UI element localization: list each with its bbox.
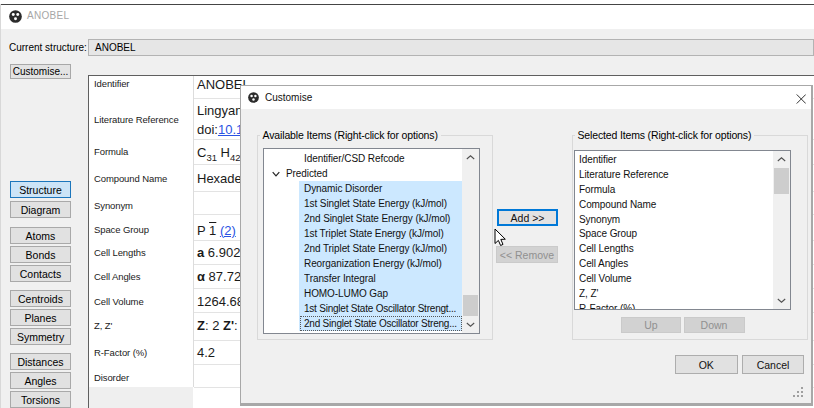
- app-window-title: ANOBEL: [27, 10, 69, 21]
- customise-button[interactable]: Customise...: [10, 64, 71, 79]
- available-items-list[interactable]: Identifier/CSD Refcode Predicted Dynamic…: [263, 148, 480, 334]
- ok-button[interactable]: OK: [675, 355, 738, 374]
- down-button[interactable]: Down: [684, 317, 745, 333]
- avail-item-transfer-integral[interactable]: Transfer Integral: [304, 271, 460, 286]
- selected-items-list[interactable]: Identifier Literature Reference Formula …: [574, 150, 792, 310]
- prop-value-cell-volume: 1264.68: [197, 294, 244, 309]
- avail-item-1st-singlet-oscillator[interactable]: 1st Singlet State Oscillator Strengt...: [304, 301, 462, 316]
- sel-item-synonym[interactable]: Synonym: [579, 212, 771, 227]
- available-list-scrollbar[interactable]: [462, 149, 479, 333]
- prop-label-identifier: Identifier: [94, 78, 129, 89]
- tree-expander-icon[interactable]: [272, 171, 280, 177]
- sidebar-button-angles[interactable]: Angles: [10, 372, 71, 389]
- sidebar-button-centroids[interactable]: Centroids: [10, 290, 71, 307]
- avail-item-identifier-csd-refcode[interactable]: Identifier/CSD Refcode: [304, 151, 460, 166]
- sel-item-r-factor[interactable]: R-Factor (%): [579, 301, 771, 310]
- mouse-cursor: [494, 228, 507, 247]
- avail-item-reorganization-energy[interactable]: Reorganization Energy (kJ/mol): [304, 256, 460, 271]
- customise-dialog: Customise Available Items (Right-click f…: [240, 85, 813, 406]
- cancel-button[interactable]: Cancel: [742, 355, 804, 374]
- selected-items-label: Selected Items (Right-click for options): [575, 129, 755, 141]
- app-titlebar[interactable]: ANOBEL: [1, 5, 814, 29]
- sel-item-space-group[interactable]: Space Group: [579, 226, 771, 241]
- sidebar-button-bonds[interactable]: Bonds: [10, 246, 71, 263]
- prop-label-literature-reference: Literature Reference: [94, 114, 179, 125]
- property-table-header-empty: [89, 387, 193, 408]
- prop-value-space-group: P 1 (2): [197, 223, 236, 238]
- avail-item-1st-triplet-energy[interactable]: 1st Triplet State Energy (kJ/mol): [304, 226, 460, 241]
- avail-item-2nd-singlet-energy[interactable]: 2nd Singlet State Energy (kJ/mol): [304, 211, 460, 226]
- scroll-up-button[interactable]: [462, 149, 479, 166]
- sel-item-formula[interactable]: Formula: [579, 182, 771, 197]
- focused-item-outline: [300, 316, 462, 331]
- sel-item-z-zprime[interactable]: Z, Z': [579, 286, 771, 301]
- prop-label-synonym: Synonym: [94, 200, 133, 211]
- avail-item-2nd-triplet-energy[interactable]: 2nd Triplet State Energy (kJ/mol): [304, 241, 460, 256]
- remove-button[interactable]: << Remove: [496, 246, 558, 263]
- avail-item-predicted[interactable]: Predicted: [286, 166, 460, 181]
- scroll-down-button[interactable]: [773, 292, 790, 309]
- avail-item-homo-lumo-gap[interactable]: HOMO-LUMO Gap: [304, 286, 460, 301]
- prop-label-compound-name: Compound Name: [94, 173, 167, 184]
- prop-label-cell-lengths: Cell Lengths: [94, 247, 146, 258]
- sel-item-literature-reference[interactable]: Literature Reference: [579, 167, 771, 182]
- sidebar-button-torsions[interactable]: Torsions: [10, 391, 71, 408]
- prop-value-r-factor: 4.2: [197, 345, 215, 360]
- space-group-link[interactable]: (2): [220, 223, 236, 238]
- sidebar-button-planes[interactable]: Planes: [10, 309, 71, 326]
- sel-item-cell-angles[interactable]: Cell Angles: [579, 256, 771, 271]
- prop-value-literature-line1: Lingyan: [197, 103, 243, 118]
- prop-value-cell-angles: α 87.72: [197, 269, 241, 284]
- selected-list-scrollbar[interactable]: [773, 151, 790, 309]
- sel-item-identifier[interactable]: Identifier: [579, 152, 771, 167]
- dialog-titlebar[interactable]: Customise: [241, 86, 811, 109]
- current-structure-value: ANOBEL: [95, 42, 136, 53]
- scrollbar-thumb[interactable]: [774, 168, 789, 194]
- prop-value-cell-lengths: a 6.902: [197, 245, 240, 260]
- prop-value-z-zprime: Z: 2 Z':: [197, 318, 238, 333]
- scroll-down-button[interactable]: [462, 316, 479, 333]
- sel-item-cell-volume[interactable]: Cell Volume: [579, 271, 771, 286]
- sidebar-button-atoms[interactable]: Atoms: [10, 227, 71, 244]
- sidebar-button-distances[interactable]: Distances: [10, 353, 71, 370]
- sel-item-compound-name[interactable]: Compound Name: [579, 197, 771, 212]
- app-logo-icon: [9, 10, 22, 23]
- current-structure-label: Current structure:: [9, 42, 87, 53]
- prop-label-cell-angles: Cell Angles: [94, 271, 140, 282]
- window-left-border: [0, 4, 1, 408]
- dialog-logo-icon: [248, 92, 259, 103]
- current-structure-field[interactable]: ANOBEL: [88, 39, 814, 56]
- prop-label-z-zprime: Z, Z': [94, 320, 112, 331]
- scroll-up-button[interactable]: [773, 151, 790, 168]
- prop-value-literature-line2: doi:10.1: [197, 122, 243, 137]
- sidebar-button-structure[interactable]: Structure: [10, 181, 71, 198]
- prop-label-disorder: Disorder: [94, 372, 129, 383]
- prop-label-space-group: Space Group: [94, 224, 149, 235]
- prop-value-formula: C31 H42: [197, 145, 241, 163]
- sidebar-button-symmetry[interactable]: Symmetry: [10, 328, 71, 345]
- sel-item-cell-lengths[interactable]: Cell Lengths: [579, 241, 771, 256]
- resize-grip[interactable]: [793, 387, 803, 397]
- prop-label-cell-volume: Cell Volume: [94, 296, 144, 307]
- avail-item-1st-singlet-energy[interactable]: 1st Singlet State Energy (kJ/mol): [304, 196, 460, 211]
- prop-label-r-factor: R-Factor (%): [94, 347, 147, 358]
- dialog-close-icon[interactable]: [796, 94, 807, 104]
- scrollbar-thumb[interactable]: [463, 295, 478, 316]
- sidebar-button-contacts[interactable]: Contacts: [10, 265, 71, 282]
- add-button[interactable]: Add >>: [497, 209, 558, 226]
- avail-item-dynamic-disorder[interactable]: Dynamic Disorder: [304, 181, 460, 196]
- sidebar-button-diagram[interactable]: Diagram: [10, 201, 71, 218]
- prop-label-formula: Formula: [94, 146, 128, 157]
- up-button[interactable]: Up: [621, 317, 681, 333]
- dialog-title: Customise: [265, 92, 312, 103]
- available-items-label: Available Items (Right-click for options…: [260, 129, 441, 141]
